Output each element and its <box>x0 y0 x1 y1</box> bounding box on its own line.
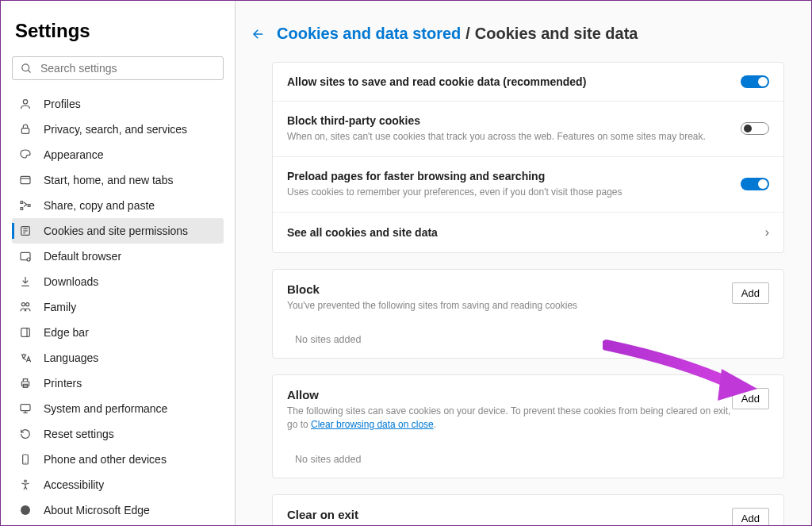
block-section: Block You've prevented the following sit… <box>272 269 784 359</box>
settings-title: Settings <box>12 20 224 42</box>
sidebar-item-cookies[interactable]: Cookies and site permissions <box>12 218 224 244</box>
sidebar: Settings Profiles Privacy, search, and s… <box>1 1 236 525</box>
search-box[interactable] <box>12 56 224 80</box>
block-add-button[interactable]: Add <box>732 282 769 304</box>
breadcrumb-current: Cookies and site data <box>475 25 638 43</box>
see-all-row[interactable]: See all cookies and site data › <box>273 213 783 252</box>
svg-point-14 <box>27 258 30 261</box>
block-third-row: Block third-party cookies When on, sites… <box>273 102 783 157</box>
search-input[interactable] <box>40 62 215 75</box>
sidebar-item-privacy[interactable]: Privacy, search, and services <box>12 117 224 142</box>
system-icon <box>18 401 33 416</box>
breadcrumb: Cookies and data stored / Cookies and si… <box>251 25 784 43</box>
svg-point-27 <box>21 505 30 515</box>
svg-rect-4 <box>21 176 30 183</box>
phone-icon <box>18 452 33 466</box>
clear-section: Clear on exit Add <box>272 494 784 525</box>
clear-add-button[interactable]: Add <box>732 508 769 525</box>
svg-line-1 <box>28 70 30 72</box>
profile-icon <box>18 97 33 111</box>
sidebar-item-reset[interactable]: Reset settings <box>12 421 224 447</box>
svg-rect-21 <box>21 405 30 411</box>
svg-rect-7 <box>21 208 23 210</box>
reset-icon <box>18 427 33 441</box>
sidebar-item-profiles[interactable]: Profiles <box>12 91 224 117</box>
family-icon <box>18 300 33 314</box>
tab-icon <box>18 173 33 187</box>
sidebar-item-start[interactable]: Start, home, and new tabs <box>12 167 224 193</box>
svg-rect-17 <box>21 328 30 337</box>
sidebar-item-printers[interactable]: Printers <box>12 371 224 396</box>
allow-add-button[interactable]: Add <box>732 388 769 409</box>
appearance-icon <box>18 148 33 162</box>
allow-section: Allow The following sites can save cooki… <box>272 374 784 478</box>
sidebar-item-appearance[interactable]: Appearance <box>12 142 224 167</box>
sidebar-item-edgebar[interactable]: Edge bar <box>12 320 224 345</box>
svg-rect-3 <box>21 129 29 134</box>
sidebar-item-phone[interactable]: Phone and other devices <box>12 447 224 472</box>
sidebar-item-about[interactable]: About Microsoft Edge <box>12 497 224 523</box>
cookie-settings-card: Allow sites to save and read cookie data… <box>272 62 784 253</box>
sidebar-item-share[interactable]: Share, copy and paste <box>12 193 224 218</box>
sidebar-item-family[interactable]: Family <box>12 294 224 320</box>
block-third-toggle[interactable] <box>741 122 769 135</box>
browser-icon <box>18 249 33 263</box>
preload-row: Preload pages for faster browsing and se… <box>273 157 783 213</box>
clear-browsing-link[interactable]: Clear browsing data on close <box>311 419 434 430</box>
allow-cookies-row: Allow sites to save and read cookie data… <box>273 63 783 102</box>
edgebar-icon <box>18 325 33 340</box>
cookies-icon <box>18 224 33 238</box>
svg-rect-6 <box>21 202 23 204</box>
svg-point-0 <box>22 63 29 71</box>
svg-point-15 <box>21 303 25 306</box>
search-icon <box>21 63 33 75</box>
chevron-right-icon: › <box>765 225 769 240</box>
svg-point-16 <box>26 303 29 306</box>
sidebar-item-default-browser[interactable]: Default browser <box>12 244 224 269</box>
preload-toggle[interactable] <box>741 178 769 190</box>
accessibility-icon <box>18 478 33 492</box>
sidebar-item-accessibility[interactable]: Accessibility <box>12 472 224 497</box>
share-icon <box>18 198 33 213</box>
breadcrumb-link[interactable]: Cookies and data stored <box>277 25 461 43</box>
block-empty: No sites added <box>273 321 783 358</box>
back-arrow-icon[interactable] <box>251 27 266 41</box>
svg-point-26 <box>25 480 27 482</box>
download-icon <box>18 275 33 289</box>
main-content: Cookies and data stored / Cookies and si… <box>236 1 811 525</box>
sidebar-item-system[interactable]: System and performance <box>12 396 224 421</box>
sidebar-item-downloads[interactable]: Downloads <box>12 269 224 294</box>
language-icon <box>18 351 33 365</box>
allow-cookies-toggle[interactable] <box>741 75 769 88</box>
svg-point-2 <box>23 100 27 104</box>
printer-icon <box>18 376 33 390</box>
sidebar-item-languages[interactable]: Languages <box>12 345 224 371</box>
svg-rect-8 <box>28 205 30 207</box>
edge-icon <box>18 503 33 517</box>
allow-empty: No sites added <box>273 441 783 478</box>
lock-icon <box>18 122 33 136</box>
